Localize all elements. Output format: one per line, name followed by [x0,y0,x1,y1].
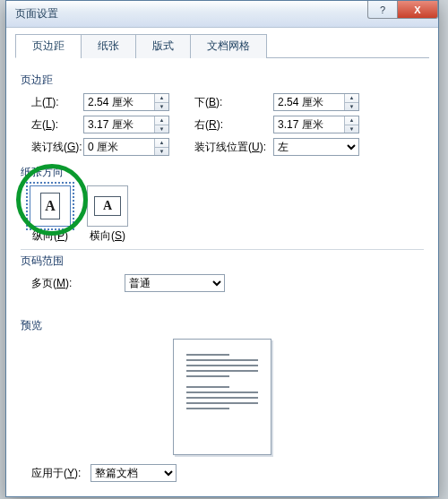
apply-to-select[interactable]: 整篇文档 [91,465,176,481]
multipage-combo[interactable]: 普通 [125,274,225,292]
titlebar[interactable]: 页面设置 ? X [6,1,438,28]
gutter-label: 装订线(G): [21,140,83,155]
help-button[interactable]: ? [367,1,398,19]
gutter-position-combo[interactable]: 左 [273,138,359,156]
tab-strip: 页边距 纸张 版式 文档网格 [15,33,429,58]
tab-layout[interactable]: 版式 [135,34,191,58]
spin-buttons[interactable]: ▲▼ [344,94,358,110]
portrait-label: 纵向(P) [26,228,74,244]
orientation-landscape-button[interactable]: A 横向(S) [83,185,132,244]
right-margin-label: 右(R): [187,117,273,133]
tab-grid[interactable]: 文档网格 [190,34,267,58]
spin-buttons[interactable]: ▲▼ [154,139,168,155]
window-title: 页面设置 [15,6,58,22]
right-margin-input[interactable] [274,116,344,133]
top-margin-input[interactable] [84,94,154,110]
landscape-label: 横向(S) [83,228,132,244]
landscape-icon: A [87,185,128,227]
gutter-position-select[interactable]: 左 [274,139,358,155]
close-button[interactable]: X [397,1,438,19]
preview-section-title: 预览 [21,318,424,333]
bottom-margin-input[interactable] [274,94,344,110]
divider [21,249,424,250]
top-margin-spinner[interactable]: ▲▼ [83,93,169,111]
orientation-section-title: 纸张方向 [21,165,424,180]
bottom-margin-spinner[interactable]: ▲▼ [273,93,359,111]
page-setup-dialog: 页面设置 ? X 页边距 纸张 版式 文档网格 页边距 上(T): ▲▼ [5,0,439,497]
apply-to-combo[interactable]: 整篇文档 [90,464,177,482]
right-margin-spinner[interactable]: ▲▼ [273,116,359,133]
tab-paper[interactable]: 纸张 [81,34,136,58]
left-margin-label: 左(L): [21,117,83,133]
apply-to-label: 应用于(Y): [21,466,90,481]
spin-buttons[interactable]: ▲▼ [154,94,168,110]
orientation-portrait-button[interactable]: A 纵向(P) [26,185,74,244]
bottom-margin-label: 下(B): [187,95,273,110]
preview-page-icon [173,339,271,455]
tab-margins[interactable]: 页边距 [15,34,82,58]
spin-buttons[interactable]: ▲▼ [154,116,168,133]
margins-section-title: 页边距 [21,73,424,88]
gutter-spinner[interactable]: ▲▼ [83,138,169,156]
spin-buttons[interactable]: ▲▼ [344,116,358,133]
gutter-position-label: 装订线位置(U): [187,140,273,155]
pages-section-title: 页码范围 [21,254,424,269]
top-margin-label: 上(T): [21,95,83,110]
multipage-select[interactable]: 普通 [125,275,224,291]
left-margin-input[interactable] [84,116,154,133]
multipage-label: 多页(M): [21,276,83,291]
left-margin-spinner[interactable]: ▲▼ [83,116,169,133]
gutter-input[interactable] [84,139,154,155]
portrait-icon: A [30,185,71,227]
